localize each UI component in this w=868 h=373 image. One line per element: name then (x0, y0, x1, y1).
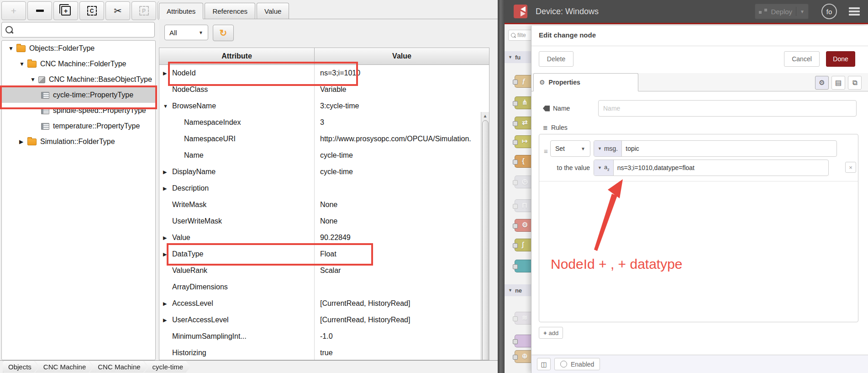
tree-item-objects-foldertype[interactable]: ▼Objects::FolderType (2, 41, 155, 56)
node-port (513, 224, 518, 229)
attributes-panel: AttributesReferencesValue All ▼ ↻ Attrib… (159, 0, 498, 360)
remove-rule-button[interactable]: × (845, 162, 856, 173)
refresh-button[interactable]: ↻ (213, 25, 234, 41)
palette-filter-box[interactable]: filte (508, 30, 531, 41)
enabled-toggle[interactable]: Enabled (554, 358, 600, 370)
range-node[interactable]: ↦ (515, 135, 531, 148)
scroll-up-icon[interactable]: ▲ (481, 112, 489, 119)
tab-properties[interactable]: ⚙ Properties (533, 73, 638, 91)
typed-input-prefix-string[interactable]: ▼ az (594, 160, 614, 176)
tree-item-cnc-machine-baseobjecttype[interactable]: ▼CNC Machine::BaseObjectType (2, 72, 155, 87)
attribute-row-namespaceuri[interactable]: NamespaceURIhttp://www.prosysopc.com/OPC… (159, 131, 489, 147)
attribute-row-nodeid[interactable]: ▶NodeIdns=3;i=1010 (159, 65, 489, 81)
teal-node[interactable] (515, 260, 531, 272)
tree-search-box[interactable] (1, 22, 155, 37)
cube-icon (38, 76, 45, 83)
change-node[interactable]: ⇄ (515, 117, 531, 129)
breadcrumb-cycle-time[interactable]: cycle-time (144, 361, 191, 373)
exec-node[interactable]: ⚙ (515, 219, 531, 232)
attribute-row-displayname[interactable]: ▶DisplayNamecycle-time (159, 164, 489, 180)
remove-button[interactable] (27, 1, 52, 20)
rule-action-select[interactable]: Set ▼ (550, 140, 590, 157)
properties-icon-button[interactable]: ⚙ (815, 76, 829, 90)
typed-input-prefix-msg[interactable]: ▼ msg. (594, 141, 622, 156)
breadcrumb-objects[interactable]: Objects (3, 361, 39, 373)
attribute-row-valuerank[interactable]: ValueRankScalar (159, 262, 489, 279)
tree-item-cycle-time-propertytype[interactable]: cycle-time::PropertyType (2, 87, 155, 103)
done-button[interactable]: Done (826, 51, 855, 67)
opcua-toolbar: ++C✂P✎ (1, 1, 182, 20)
appearance-icon-button[interactable]: ⧉ (848, 76, 862, 90)
attribute-row-accesslevel[interactable]: ▶AccessLevel[CurrentRead, HistoryRead] (159, 295, 489, 312)
tree-item-spindle-speed-propertytype[interactable]: spindle-speed::PropertyType (2, 103, 155, 118)
attribute-row-userwritemask[interactable]: UserWriteMaskNone (159, 213, 489, 229)
drag-handle-icon[interactable]: ≡ (544, 147, 547, 155)
tree-item-cnc-machine-foldertype[interactable]: ▼CNC Machine::FolderType (2, 56, 155, 72)
search-input[interactable] (16, 26, 154, 34)
delete-button[interactable]: Delete (539, 51, 573, 67)
copy-button[interactable]: C (79, 1, 104, 20)
palette-category-function[interactable]: ▼ fu (505, 51, 531, 63)
attribute-row-value[interactable]: ▶Value90.22849 (159, 229, 489, 246)
expander-icon[interactable]: ▼ (30, 76, 38, 83)
expander-icon[interactable]: ▼ (8, 45, 16, 52)
property-icon (41, 123, 49, 130)
attribute-row-nodeclass[interactable]: NodeClassVariable (159, 81, 489, 98)
tab-value[interactable]: Value (257, 3, 289, 19)
expander-icon[interactable]: ▶ (163, 235, 172, 241)
expander-icon[interactable]: ▶ (19, 139, 27, 145)
signal-node[interactable]: ≋ (515, 312, 531, 325)
expander-icon[interactable]: ▶ (163, 169, 172, 175)
attribute-row-description[interactable]: ▶Description (159, 180, 489, 197)
switch-node[interactable]: ⋔ (515, 96, 531, 109)
deploy-button[interactable]: Deploy ▼ (755, 4, 809, 19)
tree-item-simulation-foldertype[interactable]: ▶Simulation::FolderType (2, 134, 155, 149)
menu-icon[interactable] (849, 7, 860, 16)
breadcrumb-cnc-machine[interactable]: CNC Machine (89, 361, 147, 373)
docs-button[interactable]: ◫ (537, 358, 551, 370)
new-object-button[interactable]: + (53, 1, 78, 20)
mqtt-node[interactable] (515, 335, 531, 347)
trigger-node[interactable]: ⊓ (515, 199, 531, 212)
expander-icon[interactable]: ▼ (163, 103, 172, 109)
scrollbar-thumb[interactable] (482, 120, 489, 360)
cancel-button[interactable]: Cancel (784, 51, 820, 67)
attribute-row-historizing[interactable]: Historizingtrue (159, 345, 489, 360)
attribute-filter-select[interactable]: All ▼ (164, 25, 208, 40)
add-rule-button[interactable]: + add (539, 327, 563, 339)
rule-value-input[interactable]: ▼ az ns=3;i=1010,datatype=float (594, 160, 829, 176)
expander-icon[interactable]: ▶ (163, 301, 172, 307)
rule-property-input[interactable]: ▼ msg. topic (594, 140, 837, 157)
attribute-row-name[interactable]: Namecycle-time (159, 147, 489, 164)
expander-icon[interactable]: ▶ (163, 186, 172, 192)
expander-icon[interactable]: ▶ (163, 317, 172, 323)
function-node[interactable]: ƒ (515, 75, 531, 88)
breadcrumb-cnc-machine[interactable]: CNC Machine (35, 361, 93, 373)
attribute-row-arraydimensions[interactable]: ArrayDimensions (159, 279, 489, 295)
attribute-row-datatype[interactable]: ▶DataTypeFloat (159, 246, 489, 262)
tab-attributes[interactable]: Attributes (159, 3, 203, 19)
expander-icon[interactable]: ▼ (19, 61, 27, 67)
tab-references[interactable]: References (205, 3, 255, 19)
http-request-node[interactable]: ⊕ (515, 350, 531, 363)
tree-item-temperature-propertytype[interactable]: temperature::PropertyType (2, 118, 155, 134)
attribute-value: Variable (315, 85, 489, 94)
cut-button[interactable]: ✂ (105, 1, 130, 20)
attributes-scrollbar[interactable]: ▲ ▼ (481, 112, 489, 360)
attribute-row-writemask[interactable]: WriteMaskNone (159, 197, 489, 213)
attribute-row-browsename[interactable]: ▼BrowseName3:cycle-time (159, 98, 489, 114)
user-badge[interactable]: fo (821, 4, 837, 19)
attribute-row-namespaceindex[interactable]: NamespaceIndex3 (159, 114, 489, 131)
attribute-row-useraccesslevel[interactable]: ▶UserAccessLevel[CurrentRead, HistoryRea… (159, 312, 489, 328)
delay-node[interactable]: ◷ (515, 176, 531, 188)
chevron-down-icon[interactable]: ▼ (800, 9, 805, 14)
filter-node[interactable]: ∫ (515, 239, 531, 251)
name-input[interactable] (598, 100, 857, 117)
attribute-row-minimumsamplingint[interactable]: MinimumSamplingInt...-1.0 (159, 328, 489, 345)
expander-icon[interactable]: ▶ (163, 70, 172, 76)
attribute-name: NamespaceIndex (172, 118, 241, 127)
expander-icon[interactable]: ▶ (163, 251, 172, 257)
description-icon-button[interactable]: ▤ (831, 76, 845, 90)
palette-category-network[interactable]: ▼ ne (505, 284, 531, 296)
template-node[interactable]: { (515, 155, 531, 168)
